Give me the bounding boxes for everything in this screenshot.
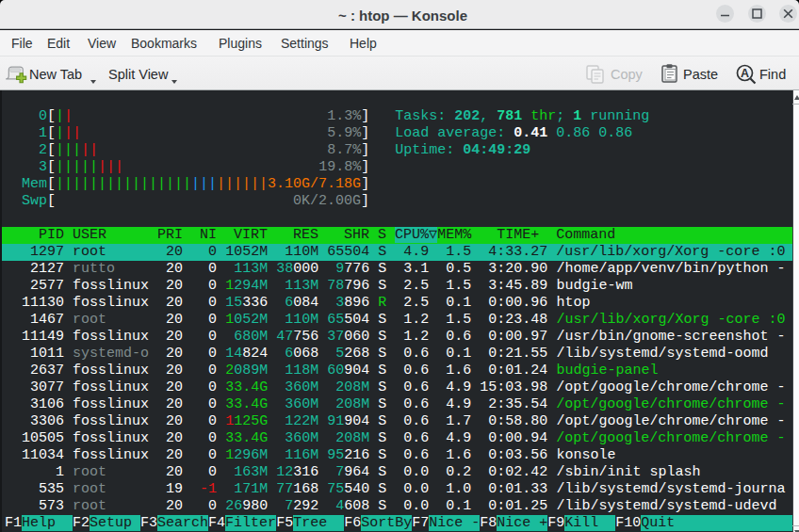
svg-text:A: A — [741, 67, 749, 80]
